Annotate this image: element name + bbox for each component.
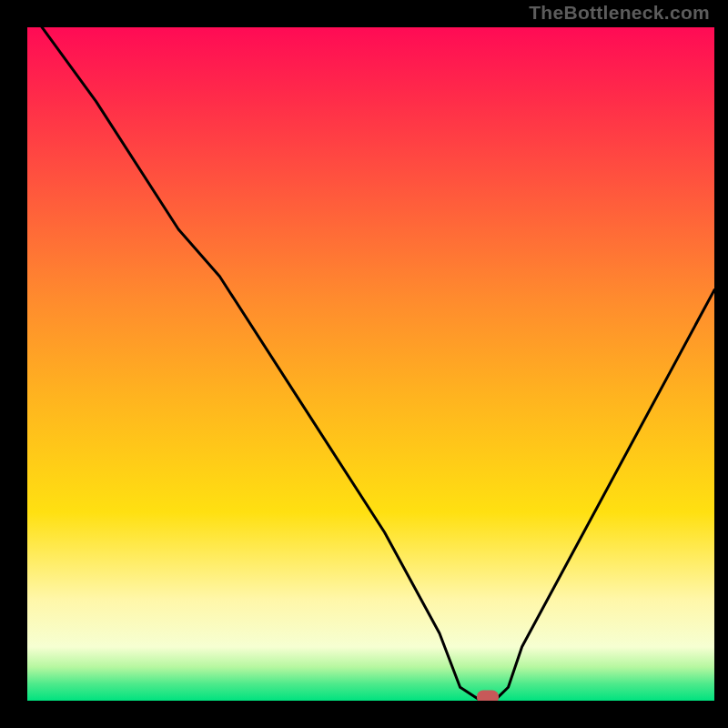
bottleneck-curve (27, 27, 714, 701)
plot-area (27, 27, 714, 701)
optimal-marker-icon (477, 691, 499, 702)
chart-container: TheBottleneck.com (0, 0, 728, 728)
watermark-text: TheBottleneck.com (529, 2, 710, 24)
